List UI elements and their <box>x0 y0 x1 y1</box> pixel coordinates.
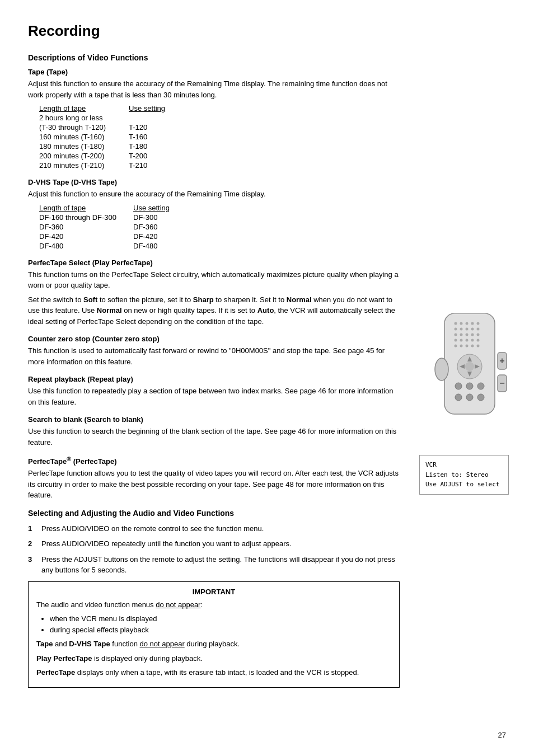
perfec-select-text2: Set the switch to Soft to soften the pic… <box>28 294 400 327</box>
step-2: 2 Press AUDIO/VIDEO repeatedly until the… <box>28 538 400 550</box>
svg-point-6 <box>455 328 457 331</box>
dvhs-row-length-0: DF-160 through DF-300 <box>39 213 133 222</box>
svg-point-33 <box>466 383 473 389</box>
selecting-section: Selecting and Adjusting the Audio and Vi… <box>28 509 400 688</box>
repeat-playback-section: Repeat playback (Repeat play) Use this f… <box>28 375 400 407</box>
perfec-select-text1: This function turns on the PerfecTape Se… <box>28 269 400 291</box>
counter-zero-text: This function is used to automatically f… <box>28 345 400 367</box>
tape-row-length-3: 180 minutes (T-180) <box>39 142 129 151</box>
repeat-text: Use this function to repeatedly play a s… <box>28 386 400 407</box>
search-blank-heading: Search to blank (Search to blank) <box>28 415 400 424</box>
svg-point-3 <box>466 322 469 325</box>
svg-point-27 <box>465 362 474 371</box>
dvhs-row-length-3: DF-480 <box>39 241 133 251</box>
svg-point-1 <box>455 322 457 325</box>
dvhs-intro: Adjust this function to ensure the accur… <box>28 189 400 200</box>
tape-row-length-4: 200 minutes (T-200) <box>39 151 129 161</box>
svg-point-23 <box>466 345 469 348</box>
tape-row: 2 hours long or less <box>39 113 182 123</box>
svg-point-8 <box>466 328 469 331</box>
svg-point-12 <box>460 334 463 336</box>
svg-point-21 <box>455 345 457 348</box>
important-box: IMPORTANT The audio and video function m… <box>28 581 400 688</box>
tape-row-use-2: T-160 <box>129 132 182 142</box>
tape-row: 180 minutes (T-180) T-180 <box>39 142 182 151</box>
dvhs-row: DF-420 DF-420 <box>39 232 186 241</box>
descriptions-heading: Descriptions of Video Functions <box>28 53 400 62</box>
svg-point-24 <box>471 345 474 348</box>
tape-col-length: Length of tape <box>39 104 86 112</box>
perfectape-text: PerfecTape function allows you to test t… <box>28 468 400 501</box>
svg-point-11 <box>455 334 457 336</box>
perfectape-heading-prefix: PerfecTape <box>28 457 67 466</box>
svg-text:+: + <box>499 356 504 365</box>
svg-text:−: − <box>499 378 504 388</box>
step-2-text: Press AUDIO/VIDEO repeatedly until the f… <box>41 538 292 550</box>
important-text3: Play PerfecTape is displayed only during… <box>36 653 391 664</box>
dvhs-col-length: Length of tape <box>39 204 86 212</box>
step-1: 1 Press AUDIO/VIDEO on the remote contro… <box>28 523 400 534</box>
svg-point-9 <box>471 328 474 331</box>
search-blank-section: Search to blank (Search to blank) Use th… <box>28 415 400 448</box>
remote-container: + − <box>419 313 509 438</box>
tape-row: 160 minutes (T-160) T-160 <box>39 132 182 142</box>
perfectape-superscript: ® <box>67 456 71 462</box>
important-bullet-0: when the VCR menu is displayed <box>50 613 391 624</box>
perfectape-heading-suffix: (PerfecTape) <box>71 457 116 466</box>
svg-point-32 <box>455 383 462 389</box>
svg-point-16 <box>455 339 457 342</box>
svg-point-22 <box>460 345 463 348</box>
dvhs-row-use-0: DF-300 <box>133 213 186 222</box>
dvhs-row-use-2: DF-420 <box>133 232 186 241</box>
tape-row-use-5: T-210 <box>129 161 182 170</box>
tape-intro: Adjust this function to ensure the accur… <box>28 78 400 100</box>
step-1-text: Press AUDIO/VIDEO on the remote control … <box>41 523 264 534</box>
svg-point-20 <box>477 339 480 342</box>
tape-row: (T-30 through T-120) T-120 <box>39 123 182 132</box>
dvhs-row: DF-480 DF-480 <box>39 241 186 251</box>
tape-heading: Tape (Tape) <box>28 68 400 76</box>
step-2-num: 2 <box>28 538 36 550</box>
svg-point-15 <box>477 334 480 336</box>
counter-zero-section: Counter zero stop (Counter zero stop) Th… <box>28 335 400 367</box>
descriptions-section: Descriptions of Video Functions Tape (Ta… <box>28 53 400 501</box>
tape-row-use-3: T-180 <box>129 142 182 151</box>
tape-row-length-0: 2 hours long or less <box>39 113 129 123</box>
tape-col-use: Use setting <box>129 104 165 112</box>
svg-point-13 <box>466 334 469 336</box>
page-title: Recording <box>28 22 400 40</box>
dvhs-row-length-2: DF-420 <box>39 232 133 241</box>
svg-point-5 <box>477 322 480 325</box>
tape-row: 210 minutes (T-210) T-210 <box>39 161 182 170</box>
svg-point-19 <box>471 339 474 342</box>
tape-row-length-2: 160 minutes (T-160) <box>39 132 129 142</box>
svg-point-36 <box>466 394 473 401</box>
step-3-num: 3 <box>28 554 36 576</box>
dvhs-row-use-3: DF-480 <box>133 241 186 251</box>
svg-point-2 <box>460 322 463 325</box>
vcr-display: VCR Listen to: Stereo Use ADJUST to sele… <box>419 455 509 495</box>
svg-point-25 <box>477 345 480 348</box>
dvhs-section: D-VHS Tape (D-VHS Tape) Adjust this func… <box>28 178 400 251</box>
perfectape-heading: PerfecTape® (PerfecTape) <box>28 456 400 466</box>
tape-row: 200 minutes (T-200) T-200 <box>39 151 182 161</box>
important-text2: Tape and D-VHS Tape function do not appe… <box>36 638 391 650</box>
important-bullet-1: during special effects playback <box>50 624 391 636</box>
step-3: 3 Press the ADJUST buttons on the remote… <box>28 554 400 576</box>
step-3-text: Press the ADJUST buttons on the remote t… <box>41 554 400 576</box>
vcr-line2: Listen to: Stereo <box>425 470 503 480</box>
svg-point-10 <box>477 328 480 331</box>
steps-list: 1 Press AUDIO/VIDEO on the remote contro… <box>28 523 400 576</box>
tape-row-use-0 <box>129 113 182 123</box>
tape-row-use-4: T-200 <box>129 151 182 161</box>
svg-point-14 <box>471 334 474 336</box>
svg-point-42 <box>435 358 448 381</box>
svg-point-18 <box>466 339 469 342</box>
important-text1: The audio and video function menus do no… <box>36 599 391 611</box>
tape-table: Length of tape Use setting 2 hours long … <box>39 104 182 170</box>
svg-point-4 <box>471 322 474 325</box>
perfec-select-heading: PerfecTape Select (Play PerfecTape) <box>28 259 400 267</box>
right-column: + − VCR Listen to: Stereo Use ADJUST to … <box>411 22 517 696</box>
svg-point-34 <box>477 383 484 389</box>
svg-point-7 <box>460 328 463 331</box>
